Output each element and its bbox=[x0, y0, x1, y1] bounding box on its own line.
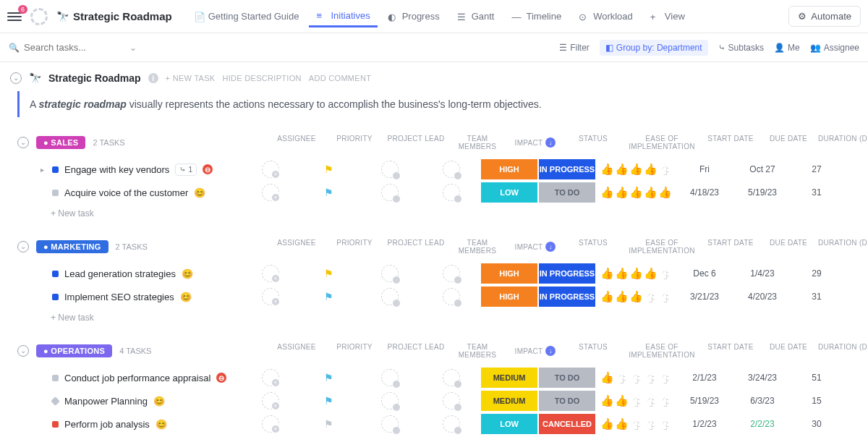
due-date-cell[interactable]: 6/3/23 bbox=[733, 396, 791, 406]
start-date-cell[interactable]: 2/1/23 bbox=[676, 373, 733, 383]
duration-cell[interactable]: 15 bbox=[791, 396, 842, 406]
avatar-placeholder-icon[interactable] bbox=[381, 392, 399, 410]
avatar-placeholder-icon[interactable] bbox=[381, 265, 399, 282]
assignee-cell[interactable] bbox=[242, 184, 299, 201]
add-comment-link[interactable]: ADD COMMENT bbox=[309, 74, 371, 82]
team-cell[interactable] bbox=[422, 265, 480, 282]
task-row[interactable]: Implement SEO strategies 😊 ⚑ HIGH IN PRO… bbox=[10, 285, 868, 308]
avatar-placeholder-icon[interactable] bbox=[262, 392, 279, 410]
task-row[interactable]: Manpower Planning 😊 ⚑ MEDIUM TO DO 👍👍👍👍👍… bbox=[10, 389, 868, 412]
menu-button[interactable]: 6 bbox=[7, 9, 22, 24]
sort-icon[interactable]: ↓ bbox=[545, 137, 556, 148]
lead-cell[interactable] bbox=[357, 415, 422, 433]
avatar-placeholder-icon[interactable] bbox=[262, 265, 279, 282]
due-date-cell[interactable]: Oct 27 bbox=[733, 164, 791, 174]
task-name-cell[interactable]: Conduct job performance appraisal ⊖ bbox=[10, 373, 242, 383]
start-date-cell[interactable]: 5/19/23 bbox=[676, 396, 733, 406]
ease-cell[interactable]: 👍👍👍👍👍 bbox=[596, 186, 676, 199]
info-icon[interactable]: i bbox=[148, 73, 158, 83]
me-button[interactable]: 👤 Me bbox=[774, 43, 800, 53]
subtask-badge[interactable]: ⤷ 1 bbox=[175, 164, 197, 176]
smile-icon[interactable]: 😊 bbox=[153, 396, 165, 407]
ease-cell[interactable]: 👍👍👍👍👍 bbox=[596, 371, 676, 384]
avatar-placeholder-icon[interactable] bbox=[443, 369, 460, 386]
tab-progress[interactable]: ◐Progress bbox=[380, 7, 447, 26]
impact-cell[interactable]: LOW bbox=[480, 414, 538, 434]
new-task-button[interactable]: + New task bbox=[10, 308, 868, 327]
due-date-cell[interactable]: 3/24/23 bbox=[733, 373, 791, 383]
status-cell[interactable]: CANCELLED bbox=[538, 414, 596, 434]
assignee-cell[interactable] bbox=[242, 288, 299, 305]
lead-cell[interactable] bbox=[357, 288, 422, 305]
due-date-cell[interactable]: 4/20/23 bbox=[733, 292, 791, 302]
smile-icon[interactable]: 😊 bbox=[156, 419, 167, 430]
group-header[interactable]: ● SALES 2 TASKS ASSIGNEE PRIORITY PROJEC… bbox=[10, 135, 868, 150]
automate-button[interactable]: ⚙ Automate bbox=[788, 6, 861, 27]
avatar-placeholder-icon[interactable] bbox=[262, 161, 279, 178]
subtasks-button[interactable]: ⤷ Subtasks bbox=[718, 43, 764, 53]
status-cell[interactable]: IN PROGRESS bbox=[538, 263, 596, 284]
ease-cell[interactable]: 👍👍👍👍👍 bbox=[596, 163, 676, 176]
tab-getting-started-guide[interactable]: 📄Getting Started Guide bbox=[187, 7, 307, 26]
task-row[interactable]: Conduct job performance appraisal ⊖ ⚑ ME… bbox=[10, 366, 868, 389]
tab-view[interactable]: +View bbox=[643, 7, 692, 26]
assignee-cell[interactable] bbox=[242, 415, 299, 433]
team-cell[interactable] bbox=[422, 288, 480, 305]
task-name-cell[interactable]: ▸ Engage with key vendors ⤷ 1 ⊖ bbox=[10, 164, 242, 176]
due-date-cell[interactable]: 5/19/23 bbox=[733, 187, 791, 198]
due-date-cell[interactable]: 2/2/23 bbox=[733, 419, 791, 429]
smile-icon[interactable]: 😊 bbox=[194, 187, 205, 198]
smile-icon[interactable]: 😊 bbox=[182, 268, 193, 279]
duration-cell[interactable]: 51 bbox=[791, 373, 842, 383]
priority-cell[interactable]: ⚑ bbox=[299, 418, 357, 430]
start-date-cell[interactable]: 3/21/23 bbox=[676, 292, 733, 302]
start-date-cell[interactable]: 4/18/23 bbox=[676, 187, 733, 198]
assignee-button[interactable]: 👥 Assignee bbox=[810, 43, 859, 53]
new-task-link[interactable]: + NEW TASK bbox=[166, 74, 216, 82]
start-date-cell[interactable]: Fri bbox=[676, 164, 733, 174]
task-row[interactable]: ▸ Engage with key vendors ⤷ 1 ⊖ ⚑ HIGH I… bbox=[10, 158, 868, 181]
ease-cell[interactable]: 👍👍👍👍👍 bbox=[596, 267, 676, 280]
avatar-placeholder-icon[interactable] bbox=[381, 184, 399, 201]
group-header[interactable]: ● MARKETING 2 TASKS ASSIGNEE PRIORITY PR… bbox=[10, 239, 868, 255]
impact-cell[interactable]: LOW bbox=[480, 182, 538, 203]
impact-cell[interactable]: HIGH bbox=[480, 287, 538, 307]
impact-cell[interactable]: HIGH bbox=[480, 263, 538, 284]
status-cell[interactable]: TO DO bbox=[538, 182, 596, 203]
search-wrap[interactable]: 🔍 ⌄ bbox=[9, 42, 549, 53]
search-chevron-icon[interactable]: ⌄ bbox=[129, 43, 137, 53]
team-cell[interactable] bbox=[422, 392, 480, 410]
avatar-placeholder-icon[interactable] bbox=[381, 415, 399, 433]
priority-cell[interactable]: ⚑ bbox=[299, 395, 357, 407]
blocked-icon[interactable]: ⊖ bbox=[203, 164, 213, 174]
group-pill[interactable]: ● MARKETING bbox=[36, 240, 109, 253]
avatar-placeholder-icon[interactable] bbox=[443, 161, 460, 178]
ease-cell[interactable]: 👍👍👍👍👍 bbox=[596, 394, 676, 407]
priority-cell[interactable]: ⚑ bbox=[299, 372, 357, 383]
group-pill[interactable]: ● SALES bbox=[36, 136, 85, 149]
team-cell[interactable] bbox=[422, 415, 480, 433]
new-task-button[interactable]: + New task bbox=[10, 204, 868, 223]
avatar-placeholder-icon[interactable] bbox=[443, 415, 460, 433]
assignee-cell[interactable] bbox=[242, 392, 299, 410]
smile-icon[interactable]: 😊 bbox=[180, 292, 192, 302]
team-cell[interactable] bbox=[422, 369, 480, 386]
avatar-placeholder-icon[interactable] bbox=[443, 184, 460, 201]
impact-cell[interactable]: MEDIUM bbox=[480, 391, 538, 411]
impact-cell[interactable]: MEDIUM bbox=[480, 368, 538, 388]
blocked-icon[interactable]: ⊖ bbox=[216, 373, 226, 383]
task-name-cell[interactable]: Implement SEO strategies 😊 bbox=[10, 292, 242, 302]
status-cell[interactable]: IN PROGRESS bbox=[538, 287, 596, 307]
search-input[interactable] bbox=[24, 42, 125, 53]
start-date-cell[interactable]: Dec 6 bbox=[676, 268, 733, 279]
collapse-icon[interactable] bbox=[17, 241, 29, 253]
avatar-placeholder-icon[interactable] bbox=[381, 288, 399, 305]
filter-button[interactable]: ☰ Filter bbox=[559, 43, 590, 53]
hide-desc-link[interactable]: HIDE DESCRIPTION bbox=[223, 74, 302, 82]
tab-initiatives[interactable]: ≡Initiatives bbox=[309, 6, 377, 27]
avatar-placeholder-icon[interactable] bbox=[262, 288, 279, 305]
lead-cell[interactable] bbox=[357, 265, 422, 282]
avatar-placeholder-icon[interactable] bbox=[443, 288, 460, 305]
impact-cell[interactable]: HIGH bbox=[480, 159, 538, 179]
duration-cell[interactable]: 29 bbox=[791, 268, 842, 279]
